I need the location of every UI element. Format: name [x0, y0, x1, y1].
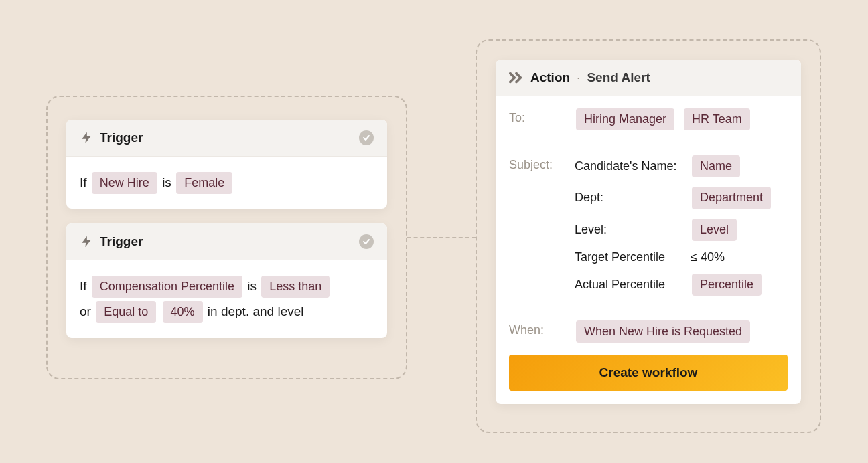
create-workflow-button[interactable]: Create workflow	[509, 355, 788, 391]
subject-chip[interactable]: Percentile	[692, 274, 762, 296]
separator-dot: ·	[577, 70, 580, 85]
check-icon	[359, 234, 374, 249]
subject-chip[interactable]: Department	[692, 187, 771, 209]
subject-row-label: Dept:	[575, 191, 685, 205]
action-when-section: When: When New Hire is Requested	[496, 308, 801, 355]
action-panel: Action · Send Alert To: Hiring Manager H…	[476, 39, 821, 433]
trigger-card: Trigger If Compensation Percentile is Le…	[66, 223, 387, 338]
subject-row-value: ≤ 40%	[691, 250, 772, 264]
trigger-body: If New Hire is Female	[66, 157, 387, 209]
action-to-section: To: Hiring Manager HR Team	[496, 96, 801, 143]
chevrons-icon	[509, 72, 524, 84]
trigger-text: is	[247, 279, 257, 293]
action-header-label: Action	[530, 70, 570, 85]
action-header: Action · Send Alert	[496, 60, 801, 96]
subject-row-label: Level:	[575, 223, 685, 237]
trigger-header: Trigger	[66, 223, 387, 260]
subject-chip[interactable]: Name	[692, 155, 740, 177]
trigger-text: in dept. and level	[208, 304, 304, 318]
subject-row-label: Target Percentile	[575, 250, 685, 264]
subject-row-label: Actual Percentile	[575, 278, 685, 292]
action-card: Action · Send Alert To: Hiring Manager H…	[496, 60, 801, 404]
trigger-title: Trigger	[100, 234, 352, 249]
trigger-chip[interactable]: Less than	[261, 276, 330, 298]
subject-chip[interactable]: Level	[692, 219, 737, 241]
trigger-header: Trigger	[66, 120, 387, 157]
recipient-chip[interactable]: Hiring Manager	[576, 108, 674, 130]
trigger-text: If	[80, 175, 87, 189]
when-chip[interactable]: When New Hire is Requested	[576, 320, 750, 343]
trigger-chip[interactable]: Female	[176, 172, 232, 194]
to-label: To:	[509, 108, 561, 130]
trigger-card: Trigger If New Hire is Female	[66, 120, 387, 209]
trigger-chip[interactable]: New Hire	[92, 172, 157, 194]
bolt-icon	[80, 235, 93, 248]
trigger-body: If Compensation Percentile is Less than …	[66, 260, 387, 338]
recipient-chip[interactable]: HR Team	[684, 108, 750, 130]
check-icon	[359, 130, 374, 145]
action-header-value: Send Alert	[587, 70, 650, 85]
trigger-chip[interactable]: Equal to	[96, 301, 156, 323]
trigger-chip[interactable]: 40%	[163, 301, 203, 323]
trigger-chip[interactable]: Compensation Percentile	[92, 276, 242, 298]
when-label: When:	[509, 320, 561, 343]
trigger-text: is	[162, 175, 171, 189]
bolt-icon	[80, 131, 93, 145]
trigger-text: or	[80, 304, 91, 318]
action-subject-section: Subject: Candidate's Name: Name Dept: De…	[496, 143, 801, 308]
triggers-panel: Trigger If New Hire is Female Trigger If…	[46, 96, 407, 379]
subject-row-label: Candidate's Name:	[575, 159, 685, 173]
subject-label: Subject:	[509, 155, 561, 296]
trigger-title: Trigger	[100, 130, 352, 145]
trigger-text: If	[80, 279, 87, 293]
connector-line	[407, 237, 476, 238]
